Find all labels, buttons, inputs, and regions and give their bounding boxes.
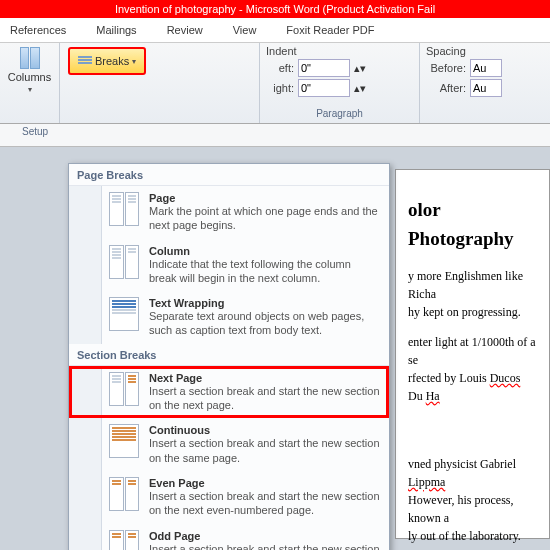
spacing-heading: Spacing — [426, 45, 514, 57]
ribbon: Columns ▾ Breaks ▾ Indent eft: ▴▾ ight: — [0, 43, 550, 124]
menu-item-title: Next Page — [149, 372, 381, 384]
menu-item-title: Page — [149, 192, 381, 204]
columns-button[interactable]: Columns ▾ — [6, 45, 53, 96]
menu-item-title: Text Wrapping — [149, 297, 381, 309]
tab-view[interactable]: View — [233, 24, 257, 36]
menu-item-desc: Indicate that the text following the col… — [149, 257, 381, 286]
breaks-label: Breaks — [95, 55, 129, 67]
indent-right-input[interactable] — [298, 79, 350, 97]
column-break-icon — [109, 245, 139, 279]
page-setup-group-label: Setup — [0, 124, 550, 147]
indent-left-label: eft: — [266, 62, 294, 74]
menu-item-desc: Insert a section break and start the new… — [149, 384, 381, 413]
doc-text: Ducos — [490, 371, 521, 385]
doc-text: Du — [408, 389, 426, 403]
breaks-icon — [78, 56, 92, 66]
menu-item-continuous[interactable]: ContinuousInsert a section break and sta… — [69, 418, 389, 471]
even-page-icon — [109, 477, 139, 511]
menu-item-odd-page[interactable]: Odd PageInsert a section break and start… — [69, 524, 389, 550]
tab-mailings[interactable]: Mailings — [96, 24, 136, 36]
breaks-dropdown: Page Breaks PageMark the point at which … — [68, 163, 390, 550]
menu-item-page[interactable]: PageMark the point at which one page end… — [69, 186, 389, 239]
indent-left-input[interactable] — [298, 59, 350, 77]
tab-references[interactable]: References — [10, 24, 66, 36]
menu-item-desc: Insert a section break and start the new… — [149, 489, 381, 518]
paragraph-group-label: Paragraph — [266, 108, 413, 121]
doc-text: hy kept on progressing. — [408, 305, 521, 319]
next-page-icon — [109, 372, 139, 406]
doc-text: rfected by Louis — [408, 371, 490, 385]
indent-heading: Indent — [266, 45, 413, 57]
spacing-before-input[interactable] — [470, 59, 502, 77]
columns-icon — [20, 47, 40, 69]
spacing-after-label: After: — [426, 82, 466, 94]
text-wrap-icon — [109, 297, 139, 331]
document-area: olor Photography y more Englishmen like … — [0, 147, 550, 550]
doc-text: y more Englishmen like Richa — [408, 269, 523, 301]
doc-heading: olor Photography — [408, 196, 537, 253]
menu-item-desc: Insert a section break and start the new… — [149, 436, 381, 465]
menu-item-desc: Mark the point at which one page ends an… — [149, 204, 381, 233]
chevron-down-icon: ▾ — [28, 85, 32, 94]
menu-item-title: Column — [149, 245, 381, 257]
doc-text: vned physicist Gabriel — [408, 457, 516, 471]
dropdown-section-section-breaks: Section Breaks — [69, 344, 389, 366]
menu-item-title: Even Page — [149, 477, 381, 489]
menu-item-column[interactable]: ColumnIndicate that the text following t… — [69, 239, 389, 292]
page-break-icon — [109, 192, 139, 226]
document-page[interactable]: olor Photography y more Englishmen like … — [395, 169, 550, 539]
spacing-before-label: Before: — [426, 62, 466, 74]
doc-text: However, his process, known a — [408, 493, 514, 525]
menu-item-text-wrapping[interactable]: Text WrappingSeparate text around object… — [69, 291, 389, 344]
doc-text: Ha — [426, 389, 440, 403]
menu-item-title: Odd Page — [149, 530, 381, 542]
chevron-down-icon: ▾ — [132, 57, 136, 66]
dropdown-section-page-breaks: Page Breaks — [69, 164, 389, 186]
menu-item-title: Continuous — [149, 424, 381, 436]
menu-item-desc: Separate text around objects on web page… — [149, 309, 381, 338]
doc-text: ly out of the laboratory. — [408, 529, 521, 543]
doc-text: enter light at 1/1000th of a se — [408, 335, 536, 367]
spacing-after-input[interactable] — [470, 79, 502, 97]
menu-item-even-page[interactable]: Even PageInsert a section break and star… — [69, 471, 389, 524]
indent-right-label: ight: — [266, 82, 294, 94]
columns-label: Columns — [8, 71, 51, 83]
ribbon-tabs: References Mailings Review View Foxit Re… — [0, 18, 550, 43]
menu-item-desc: Insert a section break and start the new… — [149, 542, 381, 550]
continuous-icon — [109, 424, 139, 458]
stepper-icon[interactable]: ▴▾ — [354, 82, 366, 95]
title-bar: Invention of photography - Microsoft Wor… — [0, 0, 550, 18]
tab-foxit[interactable]: Foxit Reader PDF — [286, 24, 374, 36]
menu-item-next-page[interactable]: Next PageInsert a section break and star… — [69, 366, 389, 419]
odd-page-icon — [109, 530, 139, 550]
stepper-icon[interactable]: ▴▾ — [354, 62, 366, 75]
doc-text: Lippma — [408, 475, 445, 489]
tab-review[interactable]: Review — [167, 24, 203, 36]
breaks-button[interactable]: Breaks ▾ — [68, 47, 146, 75]
